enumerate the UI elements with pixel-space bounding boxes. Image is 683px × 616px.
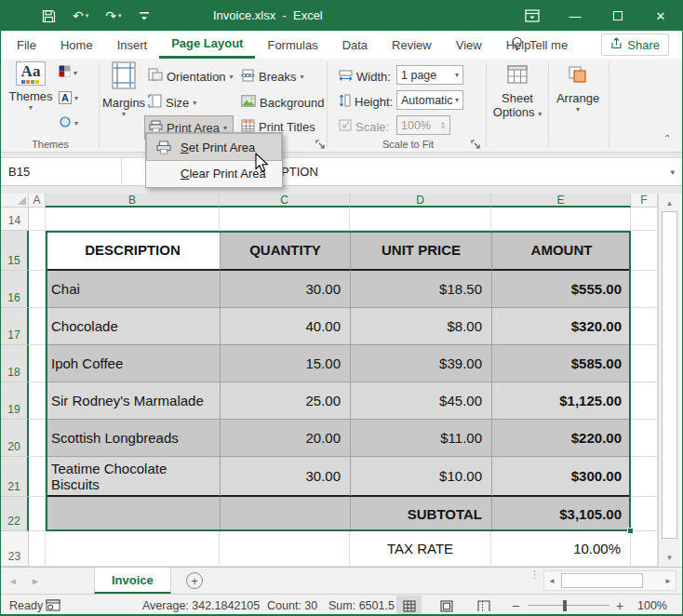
- tell-me-button[interactable]: Tell me: [511, 31, 568, 59]
- cell-e22-subtotal-value[interactable]: $3,105.00: [491, 497, 631, 531]
- tab-page-layout[interactable]: Page Layout: [159, 31, 255, 59]
- status-count[interactable]: Count: 30: [267, 595, 317, 616]
- cell-d18[interactable]: $39.00: [350, 345, 491, 382]
- horizontal-scrollbar-thumb[interactable]: [561, 573, 643, 588]
- page-setup-dialog-launcher[interactable]: [315, 139, 327, 150]
- maximize-button[interactable]: [596, 1, 639, 31]
- sheet-nav-left-icon[interactable]: ◄: [8, 576, 18, 586]
- cell-e14[interactable]: [491, 208, 631, 231]
- worksheet-grid[interactable]: A B C D E F 14 15 DESCRIPTION QUANTITY U…: [1, 194, 658, 567]
- row-header-22[interactable]: 22: [1, 497, 29, 531]
- zoom-out-button[interactable]: −: [512, 595, 519, 616]
- column-header-a[interactable]: A: [29, 194, 46, 208]
- cell-b21[interactable]: Teatime Chocolate Biscuits: [46, 457, 220, 497]
- cell-b15-active[interactable]: DESCRIPTION: [46, 231, 220, 271]
- cell-d22-subtotal-label[interactable]: SUBTOTAL: [350, 497, 491, 531]
- share-button[interactable]: Share: [601, 33, 669, 56]
- view-page-break-button[interactable]: [471, 596, 496, 616]
- background-button[interactable]: Background: [241, 92, 324, 113]
- cell-d20[interactable]: $11.00: [350, 420, 491, 457]
- macro-record-icon[interactable]: [46, 595, 60, 616]
- height-combo[interactable]: Automatic ▾: [396, 90, 463, 110]
- cell-f18[interactable]: [631, 345, 658, 382]
- tab-home[interactable]: Home: [48, 31, 105, 59]
- cell-e21[interactable]: $300.00: [491, 457, 631, 497]
- cell-d19[interactable]: $45.00: [350, 382, 491, 420]
- sheet-nav-right-icon[interactable]: ►: [31, 576, 40, 586]
- sheet-tab-invoice[interactable]: Invoice: [94, 568, 171, 594]
- zoom-level[interactable]: 100%: [637, 595, 667, 616]
- cell-d17[interactable]: $8.00: [350, 308, 491, 345]
- cell-b23[interactable]: [46, 531, 220, 567]
- cell-b18[interactable]: Ipoh Coffee: [46, 345, 220, 382]
- row-header-18[interactable]: 18: [1, 345, 29, 382]
- size-button[interactable]: Size ▾: [148, 92, 196, 113]
- cell-a14[interactable]: [29, 208, 46, 231]
- horizontal-scrollbar[interactable]: ◄ ►: [543, 570, 676, 591]
- tab-insert[interactable]: Insert: [105, 31, 160, 59]
- themes-button[interactable]: Aa Themes ▾: [7, 61, 54, 138]
- column-header-c[interactable]: C: [220, 194, 350, 208]
- zoom-in-button[interactable]: +: [616, 595, 623, 616]
- column-header-e[interactable]: E: [491, 194, 631, 208]
- theme-fonts-button[interactable]: A ▾: [59, 87, 78, 108]
- scroll-up-icon[interactable]: ▲: [659, 195, 680, 210]
- cell-d15[interactable]: UNIT PRICE: [350, 231, 491, 271]
- expand-formula-bar-icon[interactable]: ▾: [670, 158, 675, 185]
- row-header-15[interactable]: 15: [1, 231, 29, 271]
- tab-view[interactable]: View: [444, 31, 494, 59]
- close-button[interactable]: ✕: [639, 1, 682, 31]
- cell-c23[interactable]: [220, 531, 350, 567]
- row-header-16[interactable]: 16: [1, 271, 29, 308]
- breaks-button[interactable]: Breaks ▾: [241, 66, 303, 87]
- redo-button[interactable]: ↷▾: [105, 8, 121, 23]
- minimize-button[interactable]: —: [554, 1, 596, 31]
- theme-effects-button[interactable]: ▾: [59, 113, 78, 133]
- select-all-corner[interactable]: [1, 194, 29, 208]
- scroll-right-icon[interactable]: ►: [661, 571, 676, 590]
- cell-e19[interactable]: $1,125.00: [491, 382, 631, 420]
- cell-a20[interactable]: [29, 420, 46, 457]
- scroll-down-icon[interactable]: ▼: [659, 550, 680, 565]
- cell-c17[interactable]: 40.00: [220, 308, 350, 345]
- cell-b16[interactable]: Chai: [46, 271, 220, 308]
- status-sum[interactable]: Sum: 6501.5: [328, 595, 395, 616]
- status-average[interactable]: Average: 342.1842105: [142, 595, 260, 616]
- cell-c20[interactable]: 20.00: [220, 420, 350, 457]
- cell-d21[interactable]: $10.00: [350, 457, 491, 497]
- scroll-left-icon[interactable]: ◄: [544, 571, 559, 590]
- cell-d14[interactable]: [350, 208, 491, 231]
- cell-f16[interactable]: [631, 271, 658, 308]
- cell-f21[interactable]: [631, 457, 658, 497]
- cell-f15[interactable]: [631, 231, 658, 271]
- row-header-19[interactable]: 19: [1, 382, 29, 420]
- width-combo[interactable]: 1 page ▾: [396, 65, 463, 85]
- zoom-slider-track[interactable]: [528, 605, 609, 606]
- undo-button[interactable]: ↶▾: [73, 8, 88, 23]
- zoom-slider-thumb[interactable]: [563, 600, 567, 611]
- cell-f14[interactable]: [631, 208, 658, 231]
- menu-item-clear-print-area[interactable]: Clear Print Area: [147, 160, 281, 186]
- cell-c22[interactable]: [220, 497, 350, 531]
- margins-button[interactable]: Margins ▾: [103, 61, 144, 138]
- row-header-14[interactable]: 14: [1, 208, 29, 231]
- column-header-f[interactable]: F: [631, 194, 658, 208]
- cell-e18[interactable]: $585.00: [491, 345, 631, 382]
- tab-review[interactable]: Review: [380, 31, 444, 59]
- column-header-b[interactable]: B: [46, 194, 220, 208]
- cell-b20[interactable]: Scottish Longbreads: [46, 420, 220, 457]
- cell-e20[interactable]: $220.00: [491, 420, 631, 457]
- cell-b17[interactable]: Chocolade: [46, 308, 220, 345]
- save-icon[interactable]: [42, 9, 56, 23]
- new-sheet-button[interactable]: +: [186, 572, 203, 589]
- cell-a23[interactable]: [29, 531, 46, 567]
- cell-a18[interactable]: [29, 345, 46, 382]
- cell-c21[interactable]: 30.00: [220, 457, 350, 497]
- column-header-d[interactable]: D: [350, 194, 491, 208]
- cell-b19[interactable]: Sir Rodney's Marmalade: [46, 382, 220, 420]
- row-header-23[interactable]: 23: [1, 531, 29, 567]
- cell-a22[interactable]: [29, 497, 46, 531]
- customize-qat-button[interactable]: [139, 10, 150, 21]
- row-header-20[interactable]: 20: [1, 420, 29, 457]
- name-box[interactable]: B15: [1, 158, 122, 185]
